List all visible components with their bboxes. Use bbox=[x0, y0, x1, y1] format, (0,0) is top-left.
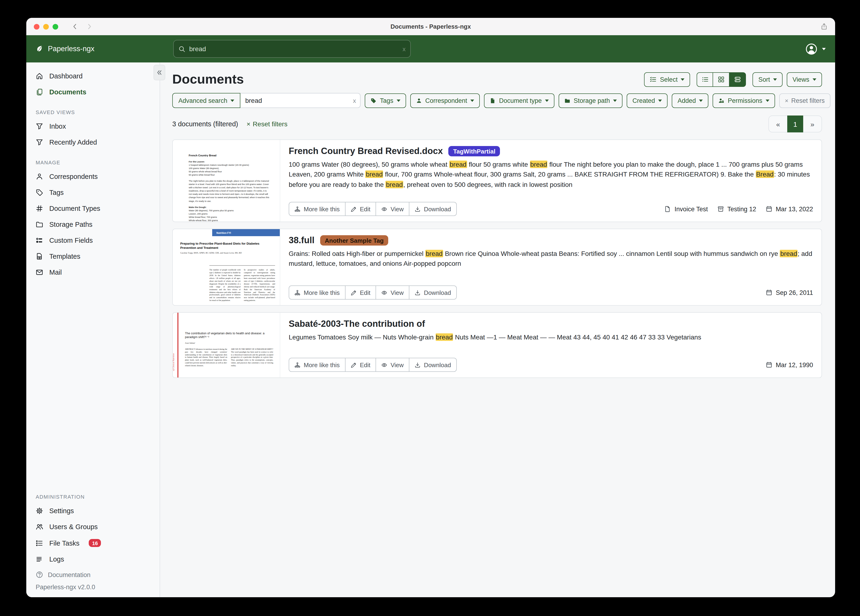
filter-storage-path-button[interactable]: Storage path bbox=[559, 93, 623, 108]
document-card[interactable]: French Country BreadFor the Leaven1 heap… bbox=[172, 140, 822, 222]
sidebar-item-file-tasks[interactable]: File Tasks16 bbox=[26, 535, 160, 551]
download-button[interactable]: Download bbox=[410, 286, 457, 300]
eye-icon bbox=[381, 289, 387, 295]
pencil-icon bbox=[350, 206, 356, 212]
document-meta-item[interactable]: Sep 26, 2011 bbox=[766, 289, 813, 296]
filter-query-input[interactable] bbox=[240, 97, 360, 104]
filter-permissions-button[interactable]: Permissions bbox=[713, 93, 775, 108]
global-search[interactable]: x bbox=[173, 40, 411, 58]
list-view-button[interactable] bbox=[697, 72, 713, 86]
filter-correspondent-button[interactable]: Correspondent bbox=[410, 93, 480, 108]
more-like-this-button[interactable]: More like this bbox=[289, 358, 345, 372]
sidebar-item-tags[interactable]: Tags bbox=[26, 184, 160, 201]
current-page-button[interactable]: 1 bbox=[787, 115, 803, 132]
caret-down-icon bbox=[813, 79, 816, 81]
edit-button[interactable]: Edit bbox=[345, 358, 376, 372]
sidebar-item-settings[interactable]: Settings bbox=[26, 503, 160, 519]
download-button[interactable]: Download bbox=[410, 202, 457, 216]
app-logo[interactable]: Paperless-ngx bbox=[36, 45, 94, 53]
filter-label: Added bbox=[678, 97, 696, 104]
document-title[interactable]: French Country Bread Revised.docx bbox=[289, 146, 443, 156]
view-button[interactable]: View bbox=[376, 358, 410, 372]
share-icon[interactable] bbox=[821, 23, 828, 30]
user-avatar-icon bbox=[805, 42, 818, 55]
user-menu[interactable] bbox=[805, 42, 826, 55]
select-button[interactable]: Select bbox=[644, 72, 690, 86]
sidebar-item-documents[interactable]: Documents bbox=[26, 84, 160, 100]
edit-button[interactable]: Edit bbox=[345, 202, 376, 216]
minimize-window-button[interactable] bbox=[43, 24, 49, 29]
sidebar-item-mail[interactable]: Mail bbox=[26, 264, 160, 280]
document-meta-item[interactable]: Mar 12, 1990 bbox=[766, 361, 813, 368]
global-search-input[interactable] bbox=[189, 45, 399, 53]
action-label: Download bbox=[424, 206, 451, 212]
sidebar-section-heading: MANAGE bbox=[26, 152, 160, 168]
view-button[interactable]: View bbox=[376, 202, 410, 216]
search-clear-icon[interactable]: x bbox=[403, 45, 406, 52]
document-meta-item[interactable]: Mar 13, 2022 bbox=[766, 206, 813, 212]
sidebar-section-heading: ADMINISTRATION bbox=[26, 486, 160, 503]
detail-view-icon bbox=[734, 76, 741, 83]
document-thumbnail[interactable]: Nutrition FYIPreparing to Prescribe Plan… bbox=[173, 229, 280, 305]
document-meta-list: Mar 12, 1990 bbox=[766, 361, 813, 368]
sidebar-item-recently-added[interactable]: Recently Added bbox=[26, 134, 160, 150]
document-card[interactable]: Nutrition FYIPreparing to Prescribe Plan… bbox=[172, 229, 822, 306]
clear-query-icon[interactable]: x bbox=[353, 97, 356, 104]
zoom-window-button[interactable] bbox=[53, 24, 58, 29]
detail-view-button[interactable] bbox=[730, 72, 746, 86]
views-button[interactable]: Views bbox=[787, 72, 822, 86]
close-window-button[interactable] bbox=[34, 24, 39, 29]
reset-filters-link[interactable]: × Reset filters bbox=[246, 120, 287, 128]
sidebar-item-storage-paths[interactable]: Storage Paths bbox=[26, 217, 160, 233]
sidebar-item-dashboard[interactable]: Dashboard bbox=[26, 68, 160, 84]
document-title[interactable]: 38.full bbox=[289, 235, 314, 245]
document-thumbnail[interactable]: of Clinical NutritionThe contribution of… bbox=[173, 313, 280, 377]
x-icon: × bbox=[246, 120, 250, 128]
filter-tags-button[interactable]: Tags bbox=[365, 93, 406, 108]
filter-document-type-button[interactable]: Document type bbox=[484, 93, 554, 108]
list-check-icon bbox=[650, 76, 657, 83]
previous-page-button[interactable]: « bbox=[769, 115, 787, 132]
filter-created-button[interactable]: Created bbox=[627, 93, 668, 108]
sidebar-item-inbox[interactable]: Inbox bbox=[26, 118, 160, 134]
document-meta-item[interactable]: Testing 12 bbox=[717, 206, 756, 212]
sidebar-item-document-types[interactable]: Document Types bbox=[26, 201, 160, 217]
back-button[interactable] bbox=[71, 23, 78, 30]
grid-view-button[interactable] bbox=[713, 72, 730, 86]
document-card[interactable]: of Clinical NutritionThe contribution of… bbox=[172, 312, 822, 378]
sidebar-item-logs[interactable]: Logs bbox=[26, 551, 160, 567]
advanced-search-button[interactable]: Advanced search bbox=[172, 93, 240, 108]
search-highlight: bread bbox=[435, 333, 453, 341]
reset-filters-button[interactable]: × Reset filters bbox=[779, 93, 830, 108]
document-thumbnail[interactable]: French Country BreadFor the Leaven1 heap… bbox=[173, 140, 280, 222]
download-button[interactable]: Download bbox=[410, 358, 457, 372]
document-tag[interactable]: TagWithPartial bbox=[449, 146, 500, 156]
edit-button[interactable]: Edit bbox=[345, 286, 376, 300]
sidebar-item-templates[interactable]: Templates bbox=[26, 248, 160, 264]
sidebar-item-correspondents[interactable]: Correspondents bbox=[26, 168, 160, 184]
next-page-button[interactable]: » bbox=[803, 115, 822, 132]
documentation-link[interactable]: Documentation bbox=[36, 571, 150, 578]
sort-button[interactable]: Sort bbox=[753, 72, 783, 86]
sidebar-item-label: File Tasks bbox=[49, 539, 79, 547]
view-button[interactable]: View bbox=[376, 286, 410, 300]
document-card-body: 38.fullAnother Sample Tag Grains: Rolled… bbox=[280, 229, 821, 305]
person-lock-icon bbox=[719, 97, 725, 104]
caret-down-icon bbox=[231, 99, 234, 102]
document-meta-item[interactable]: Invoice Test bbox=[664, 206, 708, 212]
sidebar-item-custom-fields[interactable]: Custom Fields bbox=[26, 233, 160, 248]
filter-added-button[interactable]: Added bbox=[672, 93, 709, 108]
document-tag[interactable]: Another Sample Tag bbox=[320, 235, 388, 245]
more-like-this-button[interactable]: More like this bbox=[289, 202, 345, 216]
document-title[interactable]: Sabaté-2003-The contribution of bbox=[289, 319, 425, 329]
forward-button[interactable] bbox=[86, 23, 93, 30]
more-like-this-button[interactable]: More like this bbox=[289, 286, 345, 300]
sidebar-collapse-button[interactable] bbox=[154, 65, 165, 80]
sidebar-item-users-groups[interactable]: Users & Groups bbox=[26, 519, 160, 535]
calendar-icon bbox=[766, 361, 772, 368]
document-actions: More like thisEditViewDownload bbox=[289, 358, 457, 372]
page-header: Documents Select Sort bbox=[172, 72, 822, 87]
action-label: More like this bbox=[304, 361, 340, 368]
filter-label: Correspondent bbox=[425, 97, 467, 104]
search-highlight: bread bbox=[366, 171, 383, 178]
